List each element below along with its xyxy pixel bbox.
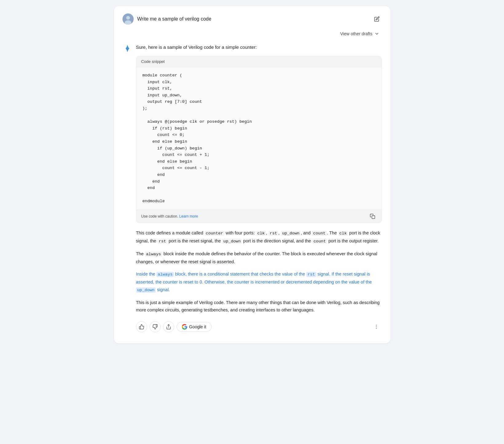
view-other-drafts-button[interactable]: View other drafts — [338, 30, 382, 37]
drafts-label: View other drafts — [340, 31, 373, 36]
avatar — [123, 14, 134, 25]
svg-rect-3 — [372, 216, 375, 219]
copy-code-button[interactable] — [369, 212, 377, 220]
chat-container: Write me a sample of verilog code View o… — [114, 6, 390, 343]
svg-point-1 — [126, 16, 130, 20]
share-button[interactable] — [163, 321, 174, 332]
description-para-1: This code defines a module called counte… — [136, 229, 382, 245]
thumbs-up-icon — [139, 324, 144, 330]
code-body: module counter ( input clk, input rst, i… — [136, 67, 381, 210]
code-block: Code snippet module counter ( input clk,… — [136, 56, 382, 223]
code-content: module counter ( input clk, input rst, i… — [143, 72, 375, 205]
code-caution-text: Use code with caution. Learn more — [141, 214, 198, 218]
drafts-row: View other drafts — [123, 30, 382, 37]
svg-point-7 — [376, 328, 376, 329]
description-para-4: This is just a simple example of Verilog… — [136, 299, 382, 314]
edit-button[interactable] — [372, 14, 382, 24]
svg-point-5 — [376, 325, 376, 326]
code-footer: Use code with caution. Learn more — [136, 210, 381, 223]
learn-more-link[interactable]: Learn more — [179, 214, 198, 218]
svg-point-6 — [376, 326, 376, 327]
share-icon — [166, 324, 171, 330]
user-message-text: Write me a sample of verilog code — [137, 16, 368, 22]
ai-response-row: Sure, here is a sample of Verilog code f… — [123, 44, 382, 332]
user-message-row: Write me a sample of verilog code — [123, 14, 382, 25]
chevron-down-icon — [374, 31, 379, 36]
ai-content: Sure, here is a sample of Verilog code f… — [136, 44, 382, 332]
action-row: Google it — [136, 321, 382, 332]
google-it-button[interactable]: Google it — [177, 322, 212, 332]
thumbs-down-button[interactable] — [150, 321, 161, 332]
description-para-2: The always block inside the module defin… — [136, 250, 382, 266]
google-it-label: Google it — [189, 324, 206, 329]
ai-intro: Sure, here is a sample of Verilog code f… — [136, 44, 382, 51]
gemini-icon — [123, 44, 132, 54]
code-block-header: Code snippet — [136, 56, 381, 67]
more-options-button[interactable] — [371, 321, 382, 332]
more-vertical-icon — [373, 324, 379, 330]
google-g-icon — [182, 324, 187, 330]
thumbs-up-button[interactable] — [136, 321, 147, 332]
description-para-3: Inside the always block, there is a cond… — [136, 270, 382, 294]
thumbs-down-icon — [152, 324, 158, 330]
